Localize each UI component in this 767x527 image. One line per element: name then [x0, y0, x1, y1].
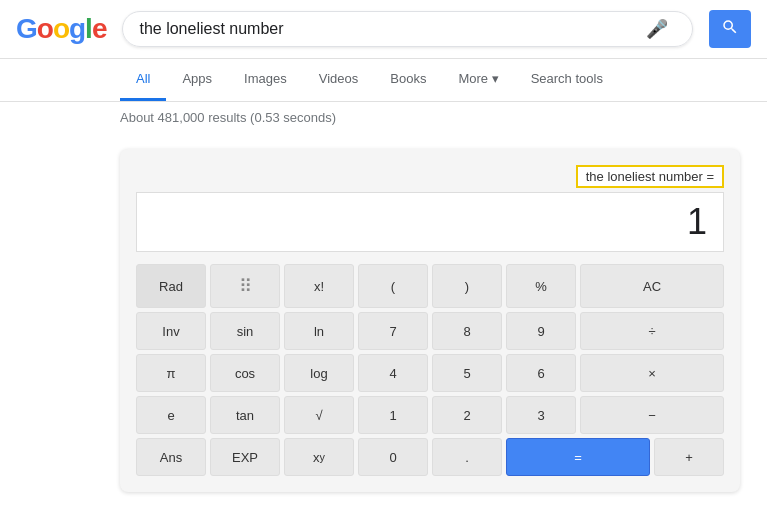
calc-btn-div[interactable]: ÷: [580, 312, 724, 350]
search-icon: [721, 18, 739, 36]
calc-btn-dot[interactable]: .: [432, 438, 502, 476]
calc-btn-close-paren[interactable]: ): [432, 264, 502, 308]
calc-btn-cos[interactable]: cos: [210, 354, 280, 392]
calc-btn-minus[interactable]: −: [580, 396, 724, 434]
calc-btn-9[interactable]: 9: [506, 312, 576, 350]
calc-btn-0[interactable]: 0: [358, 438, 428, 476]
calc-btn-pow[interactable]: xy: [284, 438, 354, 476]
tab-all[interactable]: All: [120, 59, 166, 101]
calc-btn-8[interactable]: 8: [432, 312, 502, 350]
calc-btn-factorial[interactable]: x!: [284, 264, 354, 308]
calc-btn-2[interactable]: 2: [432, 396, 502, 434]
nav-tabs: All Apps Images Videos Books More ▾ Sear…: [0, 59, 767, 102]
calc-btn-grid[interactable]: ⠿: [210, 264, 280, 308]
calc-expression-text: the loneliest number =: [576, 165, 724, 188]
results-count: About 481,000 results (0.53 seconds): [120, 110, 336, 125]
calc-btn-sqrt[interactable]: √: [284, 396, 354, 434]
tab-images[interactable]: Images: [228, 59, 303, 101]
calc-display-value: 1: [687, 201, 707, 242]
mic-icon[interactable]: 🎤: [646, 18, 668, 40]
calc-btn-ac[interactable]: AC: [580, 264, 724, 308]
calc-btn-e[interactable]: e: [136, 396, 206, 434]
header: Google the loneliest number 🎤: [0, 0, 767, 59]
search-input[interactable]: the loneliest number: [139, 20, 646, 38]
calc-btn-exp[interactable]: EXP: [210, 438, 280, 476]
calc-btn-ln[interactable]: ln: [284, 312, 354, 350]
calc-btn-tan[interactable]: tan: [210, 396, 280, 434]
calc-btn-open-paren[interactable]: (: [358, 264, 428, 308]
calc-btn-4[interactable]: 4: [358, 354, 428, 392]
calc-btn-rad[interactable]: Rad: [136, 264, 206, 308]
calc-btn-5[interactable]: 5: [432, 354, 502, 392]
calc-btn-percent[interactable]: %: [506, 264, 576, 308]
calc-buttons: Rad ⠿ x! ( ) % AC Inv sin ln 7 8 9 ÷ π c…: [136, 264, 724, 476]
calc-btn-equals[interactable]: =: [506, 438, 650, 476]
google-logo: Google: [16, 13, 106, 45]
search-button[interactable]: [709, 10, 751, 48]
tab-videos[interactable]: Videos: [303, 59, 375, 101]
calc-btn-1[interactable]: 1: [358, 396, 428, 434]
calc-btn-plus[interactable]: +: [654, 438, 724, 476]
tab-apps[interactable]: Apps: [166, 59, 228, 101]
tab-more[interactable]: More ▾: [442, 59, 514, 101]
calc-expression: the loneliest number =: [136, 165, 724, 188]
tab-books[interactable]: Books: [374, 59, 442, 101]
calculator: the loneliest number = 1 Rad ⠿ x! ( ) % …: [120, 149, 740, 492]
calc-btn-ans[interactable]: Ans: [136, 438, 206, 476]
search-bar: the loneliest number 🎤: [122, 11, 693, 47]
calc-btn-inv[interactable]: Inv: [136, 312, 206, 350]
calc-btn-sin[interactable]: sin: [210, 312, 280, 350]
calc-btn-3[interactable]: 3: [506, 396, 576, 434]
calc-btn-mul[interactable]: ×: [580, 354, 724, 392]
tab-search-tools[interactable]: Search tools: [515, 59, 619, 101]
calc-btn-6[interactable]: 6: [506, 354, 576, 392]
results-info: About 481,000 results (0.53 seconds): [0, 102, 767, 133]
calc-display: 1: [136, 192, 724, 252]
calc-btn-pi[interactable]: π: [136, 354, 206, 392]
calc-btn-7[interactable]: 7: [358, 312, 428, 350]
calc-btn-log[interactable]: log: [284, 354, 354, 392]
